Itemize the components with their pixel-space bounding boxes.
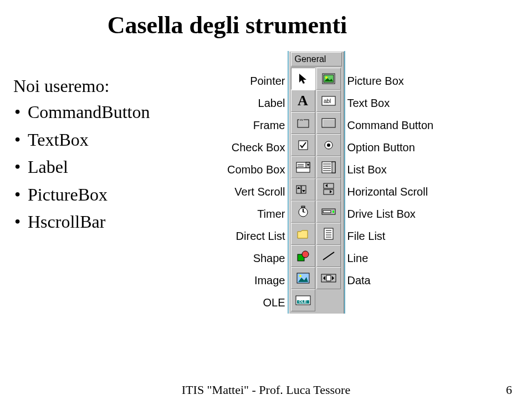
combobox-icon[interactable] (291, 156, 315, 178)
label-commandbutton: Command Button (347, 114, 434, 136)
label-line: Line (347, 247, 369, 269)
left-text-block: Noi useremo: CommandButton TextBox Label… (0, 39, 235, 236)
page-number: 6 (506, 383, 512, 397)
label-shape: Shape (253, 247, 285, 269)
label-hscroll: Horizontal Scroll (347, 181, 428, 203)
label-filelist: File List (347, 225, 386, 247)
intro-text: Noi useremo: (13, 76, 235, 96)
svg-rect-42 (332, 211, 334, 213)
list-item: HscrollBar (13, 208, 235, 236)
textbox-icon[interactable]: abl (316, 90, 341, 112)
toolbox-labels-right: Picture Box Text Box Command Button Opti… (347, 51, 434, 291)
filelist-icon[interactable] (316, 223, 341, 245)
shape-icon[interactable] (291, 245, 315, 267)
drivelistbox-icon[interactable] (316, 201, 341, 223)
label-listbox: List Box (347, 158, 387, 181)
hscroll-icon[interactable] (316, 178, 341, 201)
label-ole: OLE (263, 291, 285, 314)
dirlist-icon[interactable] (291, 223, 315, 245)
label-directlist: Direct List (236, 225, 285, 247)
timer-icon[interactable] (291, 201, 315, 223)
ole-icon[interactable]: OLE (291, 289, 315, 311)
svg-point-54 (299, 275, 301, 277)
svg-rect-41 (323, 211, 331, 213)
svg-rect-11 (323, 119, 335, 120)
svg-marker-0 (299, 74, 306, 84)
svg-marker-43 (298, 230, 308, 238)
label-data: Data (347, 269, 371, 291)
svg-rect-37 (301, 206, 305, 208)
label-label: Label (258, 92, 285, 114)
svg-rect-23 (332, 162, 335, 173)
vscroll-icon[interactable] (291, 178, 315, 201)
svg-rect-21 (296, 168, 310, 172)
svg-rect-58 (326, 275, 331, 281)
svg-point-50 (302, 251, 309, 258)
frame-icon[interactable]: xv (291, 112, 315, 134)
listbox-icon[interactable] (316, 156, 341, 178)
svg-text:abl: abl (324, 98, 331, 104)
svg-rect-32 (324, 183, 334, 188)
label-drivelistbox: Drive List Box (347, 203, 416, 225)
footer: ITIS "Mattei" - Prof. Luca Tessore 6 (0, 383, 532, 397)
svg-rect-44 (324, 228, 333, 239)
label-timer: Timer (257, 203, 285, 225)
page-title: Casella degli strumenti (55, 0, 399, 39)
toolbox-panel: General A abl xv (288, 51, 345, 314)
svg-rect-10 (322, 119, 335, 127)
label-checkbox: Check Box (232, 136, 285, 158)
toolbox-labels-left: Pointer Label Frame Check Box Combo Box … (227, 51, 285, 314)
commandbutton-icon[interactable] (316, 112, 341, 134)
checkbox-icon[interactable] (291, 134, 315, 156)
svg-point-15 (327, 143, 330, 147)
list-item: TextBox (13, 126, 235, 154)
label-textbox: Text Box (347, 92, 390, 114)
pointer-icon[interactable] (291, 68, 315, 90)
label-vscroll: Vert Scroll (234, 181, 285, 203)
toolbox-tab-general[interactable]: General (291, 52, 342, 66)
label-pointer: Pointer (250, 70, 285, 92)
svg-rect-7 (298, 120, 309, 127)
svg-text:OLE: OLE (299, 300, 307, 304)
label-combobox: Combo Box (227, 158, 285, 181)
list-item: CommandButton (13, 99, 235, 126)
bullet-list: CommandButton TextBox Label PictureBox H… (13, 99, 235, 236)
svg-rect-12 (323, 119, 323, 126)
toolbox-diagram: Pointer Label Frame Check Box Combo Box … (227, 51, 433, 314)
data-icon[interactable] (316, 267, 341, 289)
label-frame: Frame (253, 114, 285, 136)
svg-line-51 (323, 252, 334, 260)
line-icon[interactable] (316, 245, 341, 267)
list-item: PictureBox (13, 181, 235, 209)
svg-rect-33 (324, 189, 334, 194)
svg-text:xv: xv (300, 118, 303, 121)
svg-point-3 (325, 76, 328, 79)
label-icon[interactable]: A (291, 90, 315, 112)
label-optionbutton: Option Button (347, 136, 415, 158)
label-image: Image (254, 269, 285, 291)
footer-text: ITIS "Mattei" - Prof. Luca Tessore (0, 383, 532, 397)
image-icon[interactable] (291, 267, 315, 289)
label-picturebox: Picture Box (347, 70, 404, 92)
optionbutton-icon[interactable] (316, 134, 341, 156)
picturebox-icon[interactable] (316, 68, 341, 90)
list-item: Label (13, 153, 235, 181)
